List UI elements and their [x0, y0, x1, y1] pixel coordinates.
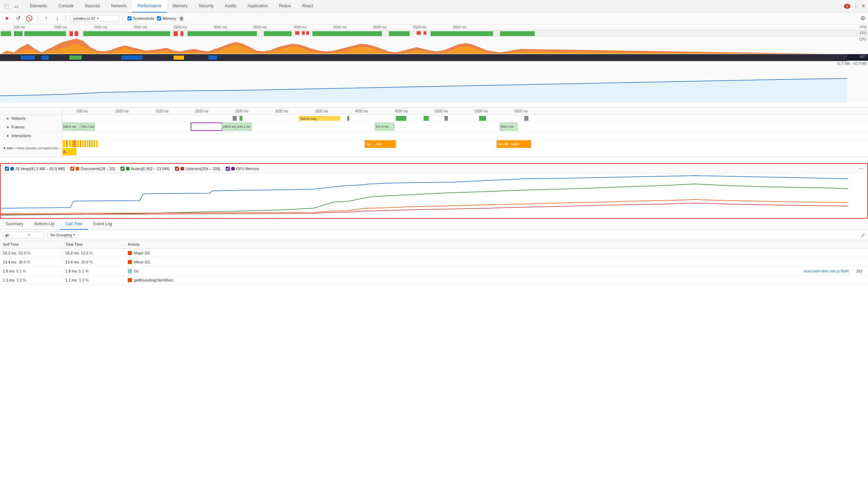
clear-filter-button[interactable]: ✕ — [27, 233, 31, 237]
table-row[interactable]: 1.1 ms 3.3 % 1.1 ms 3.3 % getBoundingCli… — [0, 276, 868, 285]
interactions-expand-arrow[interactable]: ▶ — [7, 134, 9, 137]
tab-network[interactable]: Network — [106, 0, 132, 12]
tab-event-log[interactable]: Event Log — [88, 219, 118, 230]
memory-checkbox[interactable] — [157, 16, 161, 20]
screenshots-checkbox[interactable] — [127, 16, 132, 20]
device-icon[interactable]: ▭ — [12, 2, 20, 10]
svg-text:favicon.svg...: favicon.svg... — [300, 117, 319, 120]
tab-console[interactable]: Console — [53, 0, 79, 12]
inspect-icon[interactable]: ⬚ — [3, 2, 10, 10]
tracks-area: 500 ms 1000 ms 1500 ms 2000 ms 2500 ms 3… — [0, 108, 868, 163]
svg-rect-64 — [69, 140, 72, 147]
svg-text:295.0 ms: 295.0 ms — [223, 125, 236, 128]
tab-bar: ⬚ ▭ Elements Console Sources Network Per… — [0, 0, 868, 12]
error-badge[interactable]: 9 — [844, 4, 850, 9]
tab-memory[interactable]: Memory — [167, 0, 193, 12]
download-button[interactable]: ↓ — [53, 14, 61, 23]
filter-row: ✕ No Grouping ▾ ⤢ — [0, 230, 868, 240]
trash-icon[interactable]: 🗑 — [179, 16, 184, 21]
col-total-time-header[interactable]: Total Time — [62, 242, 125, 246]
ruler-1500: 1500 ms — [94, 25, 107, 29]
table-row[interactable]: 1.8 ms 5.1 % 1.8 ms 5.1 % Gc react-with-… — [0, 267, 868, 276]
listeners-checkbox[interactable] — [175, 167, 179, 171]
frames-expand-arrow[interactable]: ▶ — [7, 125, 9, 129]
tab-summary[interactable]: Summary — [0, 219, 29, 230]
documents-checkbox[interactable] — [70, 167, 74, 171]
svg-rect-17 — [424, 31, 426, 35]
expand-panel-button[interactable]: ⤢ — [861, 232, 865, 238]
network-expand-arrow[interactable]: ▶ — [7, 117, 9, 120]
reload-button[interactable]: ↺ — [14, 14, 22, 23]
tab-call-tree[interactable]: Call Tree — [60, 219, 88, 230]
js-heap-legend[interactable]: JS Heap[41.5 MB – 62.9 MB] — [5, 167, 65, 171]
record-button[interactable]: ● — [3, 14, 11, 23]
settings-icon[interactable]: ⚙ — [860, 15, 865, 22]
svg-text:5500 ms: 5500 ms — [475, 109, 488, 113]
listeners-legend[interactable]: Listeners[254 – 309] — [175, 167, 220, 171]
table-row[interactable]: 13.4 ms 38.8 % 13.4 ms 38.8 % Minor GC — [0, 258, 868, 267]
svg-rect-2 — [14, 31, 23, 36]
memory-checkbox-label[interactable]: Memory — [157, 16, 176, 20]
frames-track-label[interactable]: ▶ Frames — [0, 122, 62, 132]
documents-legend[interactable]: Documents[28 – 33] — [70, 167, 115, 171]
screenshots-checkbox-label[interactable]: Screenshots — [127, 16, 154, 20]
svg-rect-16 — [417, 31, 421, 35]
tab-bottom-up[interactable]: Bottom-Up — [29, 219, 60, 230]
tab-performance[interactable]: Performance — [132, 0, 167, 12]
grouping-select[interactable]: No Grouping ▾ — [47, 232, 78, 238]
row3-count: 162 — [856, 269, 862, 273]
main-track-label[interactable]: ▼ Main — https://yandex.ru/maps/213/mosc… — [0, 140, 62, 157]
svg-rect-65 — [72, 140, 76, 147]
tab-react[interactable]: React — [297, 0, 318, 12]
row3-self-time: 1.8 ms 5.1 % — [0, 269, 62, 273]
tab-elements[interactable]: Elements — [24, 0, 53, 12]
svg-text:Run Mi...tasks: Run Mi...tasks — [497, 142, 519, 146]
documents-dot — [76, 167, 79, 170]
ruler-6000: 6000 ms — [453, 25, 466, 29]
interactions-track-label[interactable]: ▶ Interactions — [0, 132, 62, 139]
gpu-memory-label: GPU Memory — [236, 167, 259, 171]
svg-rect-23 — [69, 56, 82, 60]
tab-redux[interactable]: Redux — [274, 0, 297, 12]
svg-rect-70 — [82, 140, 84, 147]
timeline-overview[interactable]: 500 ms 1000 ms 1500 ms 2000 ms 2500 ms 3… — [0, 24, 868, 108]
main-track-content: A... Run ...asks Run Mi...tasks — [62, 140, 868, 157]
gpu-memory-legend[interactable]: GPU Memory — [226, 167, 259, 171]
ruler-500: 500 ms — [14, 25, 25, 29]
col-activity-header[interactable]: Activity — [125, 242, 868, 246]
close-devtools-icon[interactable]: × — [861, 2, 865, 10]
col-self-time-header[interactable]: Self Time — [0, 242, 62, 246]
tab-sources[interactable]: Sources — [79, 0, 106, 12]
fps-label: FPS — [860, 25, 867, 29]
url-selector[interactable]: yandex.ru #2 ▾ — [70, 15, 119, 22]
more-options-icon[interactable]: ⋮ — [853, 3, 859, 9]
nodes-legend[interactable]: Nodes[6 952 – 13 048] — [120, 167, 169, 171]
row3-link[interactable]: react-with-dom.min.js:NaN — [803, 269, 849, 273]
fps-right-label: FPS — [860, 31, 867, 35]
gpu-memory-checkbox[interactable] — [226, 167, 230, 171]
svg-text:472.9 ms: 472.9 ms — [376, 125, 389, 128]
memory-collapse-button[interactable]: — — [859, 166, 863, 171]
row2-activity-label: Minor GC — [134, 260, 150, 264]
tab-application[interactable]: Application — [242, 0, 274, 12]
js-heap-dot — [10, 167, 14, 170]
nodes-label: Nodes[6 952 – 13 048] — [131, 167, 169, 171]
network-track-label[interactable]: ▶ Network — [0, 115, 62, 122]
svg-rect-24 — [122, 56, 142, 60]
nodes-checkbox[interactable] — [120, 167, 125, 171]
network-track-row: ▶ Network favicon.svg... — [0, 115, 868, 122]
svg-rect-62 — [62, 140, 65, 147]
svg-rect-73 — [89, 140, 90, 147]
tab-audits[interactable]: Audits — [219, 0, 242, 12]
upload-button[interactable]: ↑ — [42, 14, 50, 23]
url-dropdown-arrow: ▾ — [97, 16, 99, 20]
filter-text-input[interactable] — [5, 233, 26, 237]
clear-button[interactable]: 🚫 — [25, 14, 33, 23]
row3-activity-icon — [128, 269, 132, 273]
js-heap-checkbox[interactable] — [5, 167, 9, 171]
table-row[interactable]: 18.2 ms 52.8 % 18.2 ms 52.8 % Major GC — [0, 249, 868, 258]
svg-rect-44 — [396, 116, 406, 121]
tab-security[interactable]: Security — [193, 0, 219, 12]
main-track-row: ▼ Main — https://yandex.ru/maps/213/mosc… — [0, 140, 868, 157]
net-bar: NET — [0, 54, 868, 61]
